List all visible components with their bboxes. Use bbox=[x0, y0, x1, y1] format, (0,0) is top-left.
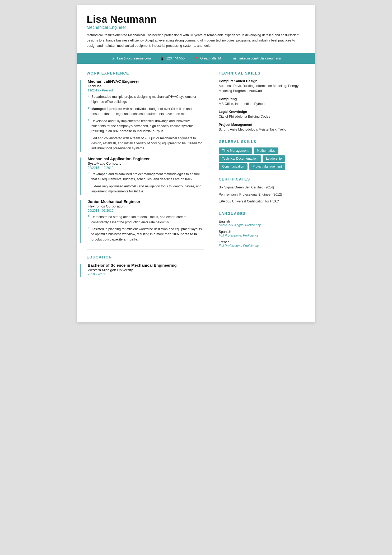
bullet-2-2: Extensively optimized AutoCAD and naviga… bbox=[88, 184, 204, 194]
skill-cat-cad-title: Computer-aided Design bbox=[219, 79, 305, 83]
bullet-1-2: Managed 8 projects with an individual bu… bbox=[88, 107, 204, 117]
contact-location: 📍 Great Falls, MT bbox=[194, 56, 223, 61]
section-divider bbox=[87, 249, 204, 250]
company-3: Flextronics Corporation bbox=[88, 204, 204, 208]
lang-spanish-level: Full Professional Proficiency bbox=[219, 234, 305, 237]
work-experience-section: WORK EXPERIENCE Mechanical/HVAC Engineer… bbox=[87, 71, 204, 242]
certificates-section: CERTIFICATES Six Sigma Green Belt Certif… bbox=[219, 177, 305, 204]
skill-tag-project-management: Project Management bbox=[249, 163, 285, 170]
skill-cat-legal: Legal Knowledge City of Philadelphia Bui… bbox=[219, 110, 305, 119]
work-experience-title: WORK EXPERIENCE bbox=[87, 71, 204, 75]
bullet-3-1: Demonstrated strong attention to detail,… bbox=[88, 215, 204, 225]
languages-section: LANGUAGES English Native or Bilingual Pr… bbox=[219, 211, 305, 248]
date-2: 02/2015 - 10/2019 bbox=[88, 166, 204, 170]
lang-english-name: English bbox=[219, 219, 305, 223]
bullets-3: Demonstrated strong attention to detail,… bbox=[88, 215, 204, 242]
job-title-3: Junior Mechanical Engineer bbox=[88, 199, 204, 204]
candidate-title: Mechanical Engineer bbox=[87, 25, 305, 30]
cert-item-1: Six Sigma Green Belt Certified (2014) bbox=[219, 185, 305, 190]
skill-cat-pm: Project Management Scrum, Agile Methodol… bbox=[219, 123, 305, 132]
candidate-name: Lisa Neumann bbox=[87, 14, 305, 25]
edu-date-1: 2010 - 2013 bbox=[88, 272, 204, 276]
skill-cat-pm-title: Project Management bbox=[219, 123, 305, 127]
general-skills-title: GENERAL SKILLS bbox=[219, 140, 305, 144]
bullet-1-4: Led and collaborated with a team of 20+ … bbox=[88, 136, 204, 151]
company-2: SystoMatic Company bbox=[88, 161, 204, 165]
email-icon: ✉ bbox=[111, 56, 115, 61]
skill-tag-technical-documentation: Technical Documentation bbox=[219, 155, 261, 162]
phone-icon: 📱 bbox=[160, 56, 165, 61]
right-column: TECHNICAL SKILLS Computer-aided Design A… bbox=[211, 64, 315, 291]
contact-bar: ✉ lisa@novoresume.com 📱 123 444 555 📍 Gr… bbox=[77, 53, 315, 64]
edu-school-1: Western Michigan University bbox=[88, 268, 204, 272]
skill-cat-cad: Computer-aided Design Autodesk Revit, Bu… bbox=[219, 79, 305, 94]
skill-tag-mathematics: Mathematics bbox=[254, 147, 278, 154]
bullet-3-2: Assisted in planning for efficient workf… bbox=[88, 227, 204, 242]
job-entry-3: Junior Mechanical Engineer Flextronics C… bbox=[87, 199, 204, 242]
left-column: WORK EXPERIENCE Mechanical/HVAC Engineer… bbox=[77, 64, 211, 291]
job-entry-1: Mechanical/HVAC Engineer TechUsa 11/2019… bbox=[87, 79, 204, 151]
lang-french-name: French bbox=[219, 240, 305, 244]
education-title: EDUCATION bbox=[87, 255, 204, 259]
languages-title: LANGUAGES bbox=[219, 211, 305, 216]
lang-spanish-name: Spanish bbox=[219, 230, 305, 234]
certificates-title: CERTIFICATES bbox=[219, 177, 305, 181]
cert-item-3: EPA 608 Universal Certification for HVAC bbox=[219, 199, 305, 204]
skill-tag-communication: Communication bbox=[219, 163, 248, 170]
skill-cat-legal-items: City of Philadelphia Building Codes bbox=[219, 114, 305, 119]
location-icon: 📍 bbox=[194, 56, 198, 61]
general-skills-section: GENERAL SKILLS Time Management Mathemati… bbox=[219, 140, 305, 170]
skill-cat-computing-items: MS Office, Intermediate Python bbox=[219, 101, 305, 107]
contact-linkedin: in linkedin.com/in/lisa.neumann bbox=[232, 56, 281, 61]
job-title-2: Mechanical Application Engineer bbox=[88, 156, 204, 161]
edu-entry-1: Bachelor of Science in Mechanical Engine… bbox=[87, 263, 204, 276]
bullet-1-3: Developed and fully implemented technica… bbox=[88, 119, 204, 134]
skill-cat-cad-items: Autodesk Revit, Building Information Mod… bbox=[219, 84, 305, 94]
resume-container: Lisa Neumann Mechanical Engineer Methodi… bbox=[77, 5, 315, 322]
bullet-2-1: Revamped and streamlined project managem… bbox=[88, 172, 204, 182]
contact-email: ✉ lisa@novoresume.com bbox=[111, 56, 151, 61]
lang-french: French Full Professional Proficiency bbox=[219, 240, 305, 248]
edu-degree-1: Bachelor of Science in Mechanical Engine… bbox=[88, 263, 204, 267]
education-section: EDUCATION Bachelor of Science in Mechani… bbox=[87, 255, 204, 276]
lang-french-level: Full Professional Proficiency bbox=[219, 244, 305, 248]
header-section: Lisa Neumann Mechanical Engineer Methodi… bbox=[77, 5, 315, 53]
company-1: TechUsa bbox=[88, 84, 204, 88]
linkedin-icon: in bbox=[232, 56, 237, 61]
skill-cat-legal-title: Legal Knowledge bbox=[219, 110, 305, 114]
technical-skills-title: TECHNICAL SKILLS bbox=[219, 71, 305, 75]
job-title-1: Mechanical/HVAC Engineer bbox=[88, 79, 204, 84]
skill-cat-pm-items: Scrum, Agile Methodology, MeisterTask, T… bbox=[219, 127, 305, 132]
skill-tag-leadership: Leadership bbox=[263, 155, 285, 162]
bullet-1-1: Spearheaded multiple projects designing … bbox=[88, 94, 204, 105]
contact-phone: 📱 123 444 555 bbox=[160, 56, 185, 61]
bullets-1: Spearheaded multiple projects designing … bbox=[88, 94, 204, 151]
main-content: WORK EXPERIENCE Mechanical/HVAC Engineer… bbox=[77, 64, 315, 291]
skill-cat-computing-title: Computing bbox=[219, 97, 305, 101]
skill-cat-computing: Computing MS Office, Intermediate Python bbox=[219, 97, 305, 107]
bullets-2: Revamped and streamlined project managem… bbox=[88, 172, 204, 194]
date-3: 09/2013 - 01/2015 bbox=[88, 209, 204, 212]
technical-skills-section: TECHNICAL SKILLS Computer-aided Design A… bbox=[219, 71, 305, 132]
job-entry-2: Mechanical Application Engineer SystoMat… bbox=[87, 156, 204, 194]
lang-spanish: Spanish Full Professional Proficiency bbox=[219, 230, 305, 237]
lang-english-level: Native or Bilingual Proficiency bbox=[219, 223, 305, 227]
summary-text: Methodical, results-oriented Mechanical … bbox=[87, 33, 305, 48]
skill-tag-time-management: Time Management bbox=[219, 147, 252, 154]
cert-item-2: Pennsylvania Professional Engineer (2012… bbox=[219, 192, 305, 197]
lang-english: English Native or Bilingual Proficiency bbox=[219, 219, 305, 227]
general-skills-grid: Time Management Mathematics Technical Do… bbox=[219, 147, 305, 170]
date-1: 11/2019 - Present bbox=[88, 89, 204, 92]
